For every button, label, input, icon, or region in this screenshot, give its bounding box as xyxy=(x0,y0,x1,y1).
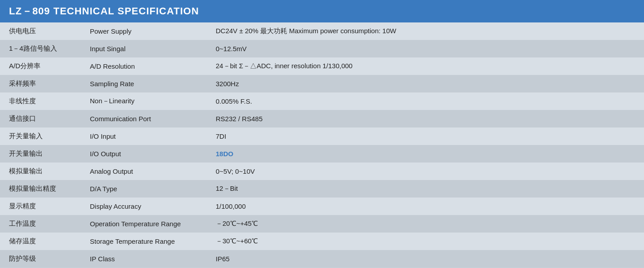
table-row: 防护等级IP ClassIP65 xyxy=(0,250,644,268)
table-row: 开关量输出I/O Output18DO xyxy=(0,145,644,163)
cell-english: Non－Linearity xyxy=(81,92,207,110)
table-row: 非线性度Non－Linearity0.005% F.S. xyxy=(0,92,644,110)
cell-value: 18DO xyxy=(207,145,644,163)
main-container: LZ－809 TECHNICAL SPECIFICATION 供电电压Power… xyxy=(0,0,644,268)
spec-table: 供电电压Power SupplyDC24V ± 20% 最大功耗 Maximum… xyxy=(0,22,644,268)
table-row: 模拟量输出Analog Output0~5V; 0~10V xyxy=(0,163,644,180)
cell-english: Sampling Rate xyxy=(81,75,207,92)
page-title: LZ－809 TECHNICAL SPECIFICATION xyxy=(9,5,199,17)
cell-english: Communication Port xyxy=(81,110,207,127)
table-row: 供电电压Power SupplyDC24V ± 20% 最大功耗 Maximum… xyxy=(0,22,644,40)
cell-english: Storage Temperature Range xyxy=(81,233,207,250)
cell-chinese: A/D分辨率 xyxy=(0,57,81,75)
cell-chinese: 采样频率 xyxy=(0,75,81,92)
cell-value: 0~5V; 0~10V xyxy=(207,163,644,180)
cell-english: I/O Input xyxy=(81,127,207,145)
cell-chinese: 开关量输出 xyxy=(0,145,81,163)
cell-chinese: 通信接口 xyxy=(0,110,81,127)
cell-english: A/D Resolution xyxy=(81,57,207,75)
cell-value: 3200Hz xyxy=(207,75,644,92)
table-row: 储存温度Storage Temperature Range－30℃~+60℃ xyxy=(0,233,644,250)
table-row: 显示精度Display Accuracy1/100,000 xyxy=(0,198,644,215)
cell-chinese: 工作温度 xyxy=(0,215,81,233)
cell-english: Display Accuracy xyxy=(81,198,207,215)
cell-english: Operation Temperature Range xyxy=(81,215,207,233)
cell-chinese: 供电电压 xyxy=(0,22,81,40)
cell-value: DC24V ± 20% 最大功耗 Maximum power consumpti… xyxy=(207,22,644,40)
table-row: A/D分辨率A/D Resolution24－bit Σ－△ADC, inner… xyxy=(0,57,644,75)
table-row: 工作温度Operation Temperature Range－20℃~+45℃ xyxy=(0,215,644,233)
cell-english: I/O Output xyxy=(81,145,207,163)
cell-value: 7DI xyxy=(207,127,644,145)
cell-chinese: 1－4路信号输入 xyxy=(0,40,81,57)
cell-english: Input Singal xyxy=(81,40,207,57)
cell-value: 12－Bit xyxy=(207,180,644,198)
cell-chinese: 模拟量输出 xyxy=(0,163,81,180)
cell-value: 0~12.5mV xyxy=(207,40,644,57)
cell-value: －20℃~+45℃ xyxy=(207,215,644,233)
cell-chinese: 防护等级 xyxy=(0,250,81,268)
table-wrapper: 供电电压Power SupplyDC24V ± 20% 最大功耗 Maximum… xyxy=(0,22,644,268)
cell-chinese: 显示精度 xyxy=(0,198,81,215)
cell-value: IP65 xyxy=(207,250,644,268)
cell-chinese: 模拟量输出精度 xyxy=(0,180,81,198)
cell-english: D/A Type xyxy=(81,180,207,198)
cell-english: Power Supply xyxy=(81,22,207,40)
cell-value: －30℃~+60℃ xyxy=(207,233,644,250)
table-row: 模拟量输出精度D/A Type12－Bit xyxy=(0,180,644,198)
table-row: 通信接口Communication PortRS232 / RS485 xyxy=(0,110,644,127)
title-bar: LZ－809 TECHNICAL SPECIFICATION xyxy=(0,0,644,22)
cell-value: 1/100,000 xyxy=(207,198,644,215)
table-row: 1－4路信号输入Input Singal0~12.5mV xyxy=(0,40,644,57)
cell-english: IP Class xyxy=(81,250,207,268)
cell-chinese: 开关量输入 xyxy=(0,127,81,145)
table-row: 开关量输入I/O Input7DI xyxy=(0,127,644,145)
cell-value: 0.005% F.S. xyxy=(207,92,644,110)
cell-chinese: 储存温度 xyxy=(0,233,81,250)
cell-english: Analog Output xyxy=(81,163,207,180)
cell-value: 24－bit Σ－△ADC, inner resolution 1/130,00… xyxy=(207,57,644,75)
cell-value: RS232 / RS485 xyxy=(207,110,644,127)
table-row: 采样频率Sampling Rate3200Hz xyxy=(0,75,644,92)
cell-chinese: 非线性度 xyxy=(0,92,81,110)
